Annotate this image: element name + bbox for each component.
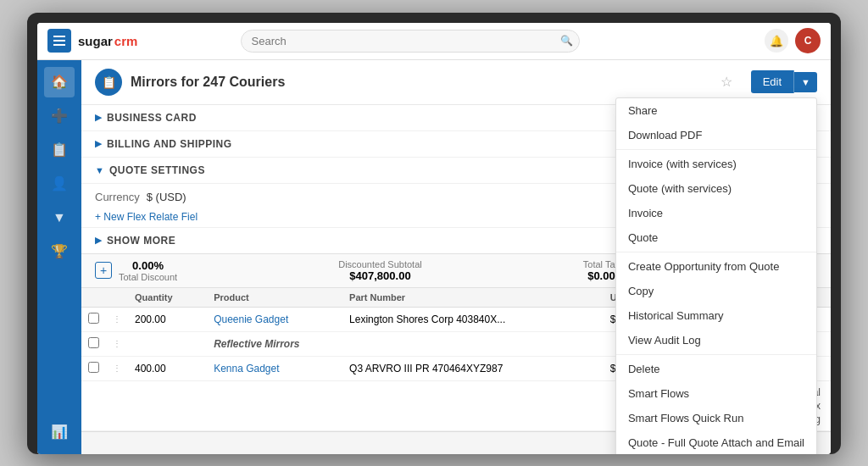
th-checkbox — [81, 288, 106, 308]
show-more-label: SHOW MORE — [107, 235, 175, 247]
flex-relate-link[interactable]: + New Flex Relate Fiel — [95, 211, 198, 223]
page-title: Mirrors for 247 Couriers — [131, 75, 285, 90]
row2-drag: ⋮ — [106, 331, 128, 356]
sidebar-item-add[interactable]: ➕ — [44, 101, 75, 131]
quote-settings-label: QUOTE SETTINGS — [109, 164, 205, 176]
search-bar: 🔍 — [241, 30, 580, 53]
monitor-screen: sugarcrm 🔍 🔔 C 🏠 ➕ 📋 👤 ▼ 🏆 📊 — [37, 23, 831, 454]
sidebar-item-accounts[interactable]: 📋 — [44, 135, 75, 165]
dropdown-item-audit-log[interactable]: View Audit Log — [616, 328, 816, 352]
row2-quantity — [128, 331, 207, 356]
logo-crm-text: crm — [114, 34, 138, 48]
th-product: Product — [207, 288, 342, 308]
monitor-frame: sugarcrm 🔍 🔔 C 🏠 ➕ 📋 👤 ▼ 🏆 📊 — [27, 13, 841, 454]
page-icon: 📋 — [95, 69, 122, 96]
logo: sugarcrm — [78, 34, 137, 48]
dropdown-item-invoice[interactable]: Invoice — [616, 201, 816, 225]
row3-drag: ⋮ — [106, 356, 128, 380]
discounted-subtotal-label: Discounted Subtotal — [338, 259, 421, 269]
row1-drag: ⋮ — [106, 307, 128, 331]
dropdown-item-quote-full[interactable]: Quote - Full Quote Attach and Email — [616, 430, 816, 454]
sidebar: 🏠 ➕ 📋 👤 ▼ 🏆 📊 — [37, 60, 81, 454]
currency-label: Currency — [95, 191, 140, 203]
currency-value: $ (USD) — [147, 191, 186, 203]
sidebar-item-filter[interactable]: ▼ — [44, 202, 75, 233]
discounted-subtotal-cell: Discounted Subtotal $407,800.00 — [338, 259, 421, 282]
edit-button-group: Edit ▼ — [751, 70, 817, 93]
row1-product-link[interactable]: Queenie Gadget — [214, 313, 288, 325]
dropdown-divider-2 — [616, 252, 816, 252]
dropdown-item-historical[interactable]: Historical Summary — [616, 303, 816, 328]
search-icon: 🔍 — [560, 35, 573, 47]
th-part-number: Part Number — [342, 288, 604, 308]
th-quantity: Quantity — [128, 288, 207, 308]
logo-sugar-text: sugar — [78, 34, 113, 48]
row3-quantity: 400.00 — [128, 356, 207, 380]
add-line-group-button[interactable]: + — [95, 262, 112, 279]
total-tax-cell: Total Tax $0.00 — [583, 259, 620, 282]
total-tax-amount: $0.00 — [583, 269, 620, 282]
business-card-label: BUSINESS CARD — [107, 112, 197, 124]
th-drag — [106, 288, 128, 308]
billing-shipping-label: BILLING AND SHIPPING — [107, 138, 232, 150]
edit-dropdown-button[interactable]: ▼ — [794, 72, 817, 92]
dropdown-item-share[interactable]: Share — [616, 98, 816, 123]
top-nav: sugarcrm 🔍 🔔 C — [37, 23, 831, 60]
content-area: 📋 Mirrors for 247 Couriers ☆ Edit ▼ ▶ BU… — [81, 60, 831, 454]
dropdown-item-copy[interactable]: Copy — [616, 279, 816, 303]
chevron-right-icon-3: ▶ — [95, 235, 102, 246]
row3-checkbox[interactable] — [81, 356, 106, 380]
chevron-right-icon-2: ▶ — [95, 138, 102, 149]
total-discount-cell: 0.00% Total Discount — [119, 259, 177, 282]
dropdown-item-quote-services[interactable]: Quote (with services) — [616, 176, 816, 201]
dropdown-item-invoice-services[interactable]: Invoice (with services) — [616, 152, 816, 176]
row1-part-number: Lexington Shores Corp 403840X... — [342, 307, 604, 331]
row3-product-link[interactable]: Kenna Gadget — [214, 363, 279, 374]
chevron-down-icon: ▼ — [95, 165, 104, 175]
dropdown-item-smart-flows[interactable]: Smart Flows — [616, 381, 816, 406]
dropdown-item-download-pdf[interactable]: Download PDF — [616, 123, 816, 147]
hamburger-button[interactable] — [47, 29, 71, 53]
row1-quantity: 200.00 — [128, 307, 207, 331]
dropdown-item-smart-flows-quick-run[interactable]: Smart Flows Quick Run — [616, 406, 816, 430]
sidebar-item-home[interactable]: 🏠 — [44, 67, 75, 97]
main-layout: 🏠 ➕ 📋 👤 ▼ 🏆 📊 📋 Mirrors for 247 Couriers… — [37, 60, 831, 454]
edit-button[interactable]: Edit — [751, 70, 794, 93]
dropdown-item-delete[interactable]: Delete — [616, 357, 816, 381]
total-discount-pct: 0.00% — [119, 259, 177, 272]
user-avatar-button[interactable]: C — [795, 28, 821, 53]
chevron-right-icon: ▶ — [95, 112, 102, 123]
dropdown-menu: Share Download PDF Invoice (with service… — [615, 97, 817, 454]
sidebar-item-contacts[interactable]: 👤 — [44, 169, 75, 199]
search-input[interactable] — [241, 30, 580, 53]
row3-product: Kenna Gadget — [207, 356, 342, 380]
dropdown-divider-3 — [616, 354, 816, 355]
favorite-star-icon[interactable]: ☆ — [721, 74, 732, 90]
notification-icon-button[interactable]: 🔔 — [765, 29, 788, 53]
row2-checkbox[interactable] — [81, 331, 106, 356]
total-discount-label: Total Discount — [119, 272, 177, 282]
sidebar-item-reports[interactable]: 📊 — [44, 417, 75, 447]
sidebar-item-trophy[interactable]: 🏆 — [44, 236, 75, 267]
discounted-subtotal-amount: $407,800.00 — [338, 269, 421, 282]
row1-product: Queenie Gadget — [207, 307, 342, 331]
dropdown-item-create-opp[interactable]: Create Opportunity from Quote — [616, 254, 816, 279]
dropdown-divider-1 — [616, 149, 816, 150]
row1-checkbox[interactable] — [81, 307, 106, 331]
total-tax-label: Total Tax — [583, 259, 620, 269]
row3-part-number: Q3 ARVRO III PR 470464XYZ987 — [342, 356, 604, 380]
nav-right: 🔔 C — [765, 28, 821, 53]
dropdown-item-quote[interactable]: Quote — [616, 225, 816, 250]
